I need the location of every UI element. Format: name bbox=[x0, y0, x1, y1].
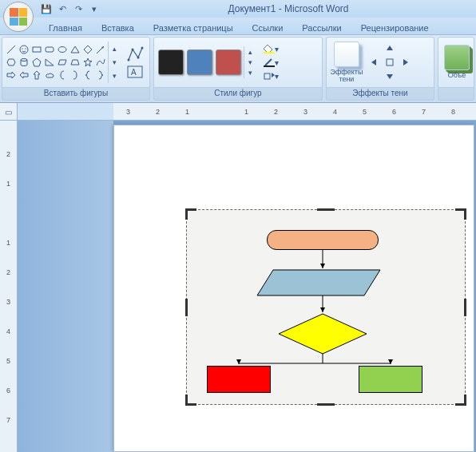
shape-diamond-icon[interactable] bbox=[82, 44, 93, 55]
resize-handle-bl[interactable] bbox=[185, 395, 196, 406]
svg-marker-14 bbox=[46, 59, 54, 65]
style-swatch-2[interactable] bbox=[187, 50, 212, 75]
ruler-corner-icon[interactable]: ▭ bbox=[0, 103, 18, 121]
resize-handle-tr[interactable] bbox=[455, 208, 466, 220]
scroll-down-icon[interactable]: ▾ bbox=[113, 58, 117, 66]
shadow-nudge-grid bbox=[367, 42, 412, 82]
gallery-more-icon[interactable]: ▾ bbox=[113, 72, 117, 80]
shape-arrow-u-icon[interactable] bbox=[31, 69, 42, 81]
svg-rect-4 bbox=[33, 47, 41, 52]
shape-trapezoid-icon[interactable] bbox=[69, 57, 81, 68]
office-logo-icon bbox=[10, 8, 27, 26]
office-button[interactable] bbox=[3, 2, 34, 32]
page[interactable] bbox=[113, 125, 474, 452]
svg-marker-11 bbox=[7, 59, 15, 65]
svg-rect-27 bbox=[264, 52, 275, 54]
undo-icon[interactable]: ↶ bbox=[56, 2, 69, 15]
redo-icon[interactable]: ↷ bbox=[72, 2, 85, 15]
shape-roundrect-icon[interactable] bbox=[44, 44, 55, 55]
styles-more[interactable]: ▴▾▾ bbox=[244, 46, 256, 78]
group-shadow-effects: Эффекты тени Эффекты тени bbox=[326, 37, 434, 101]
shape-brace-l-icon[interactable] bbox=[82, 69, 93, 81]
horizontal-ruler[interactable]: 32112345678 bbox=[113, 103, 476, 120]
drawing-canvas[interactable] bbox=[186, 209, 466, 405]
svg-marker-19 bbox=[20, 72, 28, 78]
shape-righttri-icon[interactable] bbox=[44, 57, 55, 68]
shape-brace-r-icon[interactable] bbox=[95, 69, 106, 81]
svg-point-12 bbox=[21, 59, 27, 61]
shadow-toggle-icon[interactable] bbox=[383, 56, 397, 69]
style-swatch-3[interactable] bbox=[216, 50, 241, 75]
shape-bracket-l-icon[interactable] bbox=[57, 69, 68, 81]
shape-pentagon-icon[interactable] bbox=[31, 57, 42, 68]
text-box-icon[interactable]: A bbox=[126, 65, 144, 79]
group-label-shadow: Эффекты тени bbox=[327, 87, 434, 100]
svg-rect-5 bbox=[46, 47, 54, 52]
tab-home[interactable]: Главная bbox=[40, 20, 91, 34]
svg-marker-18 bbox=[7, 72, 15, 78]
scroll-up-icon[interactable]: ▴ bbox=[113, 45, 117, 53]
shape-fill-button[interactable]: ▾ bbox=[260, 42, 281, 55]
vertical-ruler[interactable]: 211234567 bbox=[0, 121, 18, 452]
shape-hex-icon[interactable] bbox=[6, 57, 17, 68]
qat-dropdown-icon[interactable]: ▾ bbox=[88, 2, 101, 15]
tab-insert[interactable]: Вставка bbox=[93, 20, 143, 34]
shape-cylinder-icon[interactable] bbox=[18, 57, 30, 68]
document-area: 211234567 bbox=[0, 121, 476, 452]
shape-bracket-r-icon[interactable] bbox=[69, 69, 81, 81]
svg-line-0 bbox=[7, 46, 15, 54]
shape-triangle-icon[interactable] bbox=[69, 44, 81, 55]
shape-arrow-r-icon[interactable] bbox=[6, 69, 17, 81]
flowchart-process-right[interactable] bbox=[359, 366, 422, 393]
gallery-scroll[interactable]: ▴▾▾ bbox=[108, 42, 121, 83]
shape-cloud-icon[interactable] bbox=[44, 69, 55, 81]
resize-handle-br[interactable] bbox=[455, 395, 466, 406]
nudge-down-icon[interactable] bbox=[383, 69, 397, 82]
shadow-effects-button[interactable]: Эффекты тени bbox=[330, 40, 363, 85]
gallery-more-icon[interactable]: ▾ bbox=[248, 69, 252, 77]
tab-references[interactable]: Ссылки bbox=[244, 20, 292, 34]
3d-effects-button[interactable]: Объе bbox=[442, 43, 472, 81]
flowchart-terminator[interactable] bbox=[267, 230, 379, 250]
tab-review[interactable]: Рецензирование bbox=[352, 20, 438, 34]
save-icon[interactable]: 💾 bbox=[40, 2, 53, 15]
shape-outline-button[interactable]: ▾ bbox=[260, 56, 281, 69]
nudge-left-icon[interactable] bbox=[367, 56, 382, 69]
svg-marker-30 bbox=[272, 73, 275, 77]
tab-layout[interactable]: Разметка страницы bbox=[145, 20, 242, 34]
svg-marker-34 bbox=[403, 59, 408, 65]
shape-parallelogram-icon[interactable] bbox=[57, 57, 68, 68]
svg-point-2 bbox=[22, 48, 22, 49]
resize-handle-bottom[interactable] bbox=[317, 403, 335, 406]
tab-mailings[interactable]: Рассылки bbox=[293, 20, 350, 34]
shadow-preview-icon bbox=[334, 42, 359, 67]
scroll-up-icon[interactable]: ▴ bbox=[248, 48, 252, 56]
svg-point-22 bbox=[132, 49, 134, 51]
shape-oval-icon[interactable] bbox=[57, 44, 68, 55]
shape-line-icon[interactable] bbox=[6, 44, 17, 55]
svg-point-23 bbox=[137, 57, 140, 59]
shape-curve-icon[interactable] bbox=[95, 57, 106, 68]
nudge-right-icon[interactable] bbox=[398, 56, 412, 69]
svg-marker-20 bbox=[34, 71, 40, 79]
shape-rect-icon[interactable] bbox=[31, 44, 42, 55]
svg-rect-29 bbox=[264, 73, 270, 79]
resize-handle-tl[interactable] bbox=[185, 208, 196, 220]
shape-arrow-l-icon[interactable] bbox=[18, 69, 30, 81]
change-shape-button[interactable]: ▾ bbox=[260, 69, 281, 82]
edit-shape-icon[interactable] bbox=[126, 46, 144, 63]
nudge-up-icon[interactable] bbox=[383, 42, 397, 55]
shape-arrow-line-icon[interactable] bbox=[95, 44, 106, 55]
group-shape-styles: ▴▾▾ ▾ ▾ ▾ Стили фигур bbox=[153, 37, 323, 101]
style-swatch-1[interactable] bbox=[158, 50, 184, 75]
resize-handle-right[interactable] bbox=[464, 299, 466, 316]
shape-smiley-icon[interactable] bbox=[18, 44, 30, 55]
cube-icon bbox=[444, 45, 470, 70]
shape-star-icon[interactable] bbox=[82, 57, 93, 68]
scroll-down-icon[interactable]: ▾ bbox=[248, 58, 252, 66]
resize-handle-left[interactable] bbox=[185, 299, 188, 316]
resize-handle-top[interactable] bbox=[317, 208, 335, 211]
flowchart-process-left[interactable] bbox=[207, 366, 271, 393]
svg-marker-7 bbox=[71, 46, 79, 53]
shape-gallery[interactable] bbox=[6, 44, 106, 81]
